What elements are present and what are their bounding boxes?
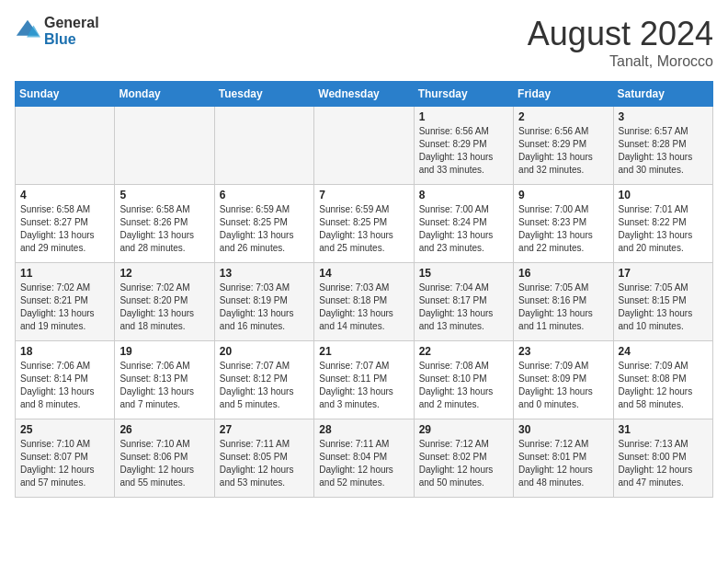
day-cell: 28Sunrise: 7:11 AM Sunset: 8:04 PM Dayli… (314, 419, 414, 498)
day-number: 21 (319, 345, 408, 358)
day-info: Sunrise: 7:10 AM Sunset: 8:06 PM Dayligh… (119, 438, 209, 489)
day-number: 22 (419, 345, 508, 358)
logo-icon (15, 18, 40, 44)
weekday-header-tuesday: Tuesday (214, 82, 313, 107)
day-info: Sunrise: 7:09 AM Sunset: 8:08 PM Dayligh… (619, 360, 708, 411)
day-info: Sunrise: 7:08 AM Sunset: 8:10 PM Dayligh… (419, 360, 508, 411)
weekday-header-monday: Monday (115, 82, 214, 107)
day-cell: 1Sunrise: 6:56 AM Sunset: 8:29 PM Daylig… (414, 107, 513, 185)
day-cell: 26Sunrise: 7:10 AM Sunset: 8:06 PM Dayli… (115, 419, 214, 498)
day-cell: 15Sunrise: 7:04 AM Sunset: 8:17 PM Dayli… (414, 263, 513, 341)
day-number: 15 (419, 267, 508, 280)
day-info: Sunrise: 7:01 AM Sunset: 8:22 PM Dayligh… (619, 203, 708, 255)
day-cell: 20Sunrise: 7:07 AM Sunset: 8:12 PM Dayli… (214, 341, 313, 419)
day-info: Sunrise: 7:06 AM Sunset: 8:14 PM Dayligh… (20, 360, 109, 411)
day-cell: 25Sunrise: 7:10 AM Sunset: 8:07 PM Dayli… (16, 419, 115, 498)
day-number: 19 (119, 345, 209, 358)
calendar-table: SundayMondayTuesdayWednesdayThursdayFrid… (15, 81, 713, 498)
day-info: Sunrise: 7:11 AM Sunset: 8:05 PM Dayligh… (220, 438, 309, 489)
day-number: 24 (619, 345, 708, 358)
day-cell: 4Sunrise: 6:58 AM Sunset: 8:27 PM Daylig… (16, 185, 115, 263)
day-cell: 21Sunrise: 7:07 AM Sunset: 8:11 PM Dayli… (314, 341, 414, 419)
day-number: 30 (518, 423, 608, 436)
day-info: Sunrise: 6:57 AM Sunset: 8:28 PM Dayligh… (619, 125, 708, 177)
day-info: Sunrise: 7:05 AM Sunset: 8:15 PM Dayligh… (619, 282, 708, 333)
weekday-header-wednesday: Wednesday (314, 82, 414, 107)
day-info: Sunrise: 6:59 AM Sunset: 8:25 PM Dayligh… (319, 203, 408, 255)
calendar-body: 1Sunrise: 6:56 AM Sunset: 8:29 PM Daylig… (16, 107, 713, 498)
title-area: August 2024 Tanalt, Morocco (528, 15, 713, 70)
day-cell: 30Sunrise: 7:12 AM Sunset: 8:01 PM Dayli… (514, 419, 613, 498)
day-cell: 11Sunrise: 7:02 AM Sunset: 8:21 PM Dayli… (16, 263, 115, 341)
day-cell: 23Sunrise: 7:09 AM Sunset: 8:09 PM Dayli… (514, 341, 613, 419)
day-cell: 31Sunrise: 7:13 AM Sunset: 8:00 PM Dayli… (613, 419, 712, 498)
day-cell: 14Sunrise: 7:03 AM Sunset: 8:18 PM Dayli… (314, 263, 414, 341)
day-info: Sunrise: 6:58 AM Sunset: 8:26 PM Dayligh… (119, 203, 209, 255)
week-row-1: 1Sunrise: 6:56 AM Sunset: 8:29 PM Daylig… (16, 107, 713, 185)
month-year-title: August 2024 (528, 15, 713, 53)
day-info: Sunrise: 6:56 AM Sunset: 8:29 PM Dayligh… (518, 125, 608, 177)
day-info: Sunrise: 7:09 AM Sunset: 8:09 PM Dayligh… (518, 360, 608, 411)
day-number: 31 (619, 423, 708, 436)
day-number: 28 (319, 423, 408, 436)
day-info: Sunrise: 6:56 AM Sunset: 8:29 PM Dayligh… (419, 125, 508, 177)
logo-general-text: General (44, 15, 99, 31)
day-cell: 5Sunrise: 6:58 AM Sunset: 8:26 PM Daylig… (115, 185, 214, 263)
day-info: Sunrise: 7:02 AM Sunset: 8:20 PM Dayligh… (119, 282, 209, 333)
page-header: General Blue August 2024 Tanalt, Morocco (15, 15, 713, 70)
day-number: 14 (319, 267, 408, 280)
day-info: Sunrise: 7:12 AM Sunset: 8:01 PM Dayligh… (518, 438, 608, 489)
day-number: 13 (220, 267, 309, 280)
day-cell: 22Sunrise: 7:08 AM Sunset: 8:10 PM Dayli… (414, 341, 513, 419)
day-info: Sunrise: 7:12 AM Sunset: 8:02 PM Dayligh… (419, 438, 508, 489)
weekday-header-sunday: Sunday (16, 82, 115, 107)
logo: General Blue (15, 15, 99, 47)
day-info: Sunrise: 7:00 AM Sunset: 8:24 PM Dayligh… (419, 203, 508, 255)
day-info: Sunrise: 7:07 AM Sunset: 8:11 PM Dayligh… (319, 360, 408, 411)
day-number: 1 (419, 110, 508, 123)
weekday-header-row: SundayMondayTuesdayWednesdayThursdayFrid… (16, 82, 713, 107)
day-cell: 2Sunrise: 6:56 AM Sunset: 8:29 PM Daylig… (514, 107, 613, 185)
day-number: 4 (20, 189, 109, 201)
day-cell: 7Sunrise: 6:59 AM Sunset: 8:25 PM Daylig… (314, 185, 414, 263)
day-cell: 29Sunrise: 7:12 AM Sunset: 8:02 PM Dayli… (414, 419, 513, 498)
logo-blue-text: Blue (44, 31, 99, 48)
day-number: 11 (20, 267, 109, 280)
day-number: 27 (220, 423, 309, 436)
day-number: 26 (119, 423, 209, 436)
day-cell: 18Sunrise: 7:06 AM Sunset: 8:14 PM Dayli… (16, 341, 115, 419)
day-info: Sunrise: 7:04 AM Sunset: 8:17 PM Dayligh… (419, 282, 508, 333)
weekday-header-saturday: Saturday (613, 82, 712, 107)
day-cell: 19Sunrise: 7:06 AM Sunset: 8:13 PM Dayli… (115, 341, 214, 419)
day-cell: 16Sunrise: 7:05 AM Sunset: 8:16 PM Dayli… (514, 263, 613, 341)
day-number: 7 (319, 189, 408, 201)
day-cell: 3Sunrise: 6:57 AM Sunset: 8:28 PM Daylig… (613, 107, 712, 185)
day-cell (16, 107, 115, 185)
week-row-4: 18Sunrise: 7:06 AM Sunset: 8:14 PM Dayli… (16, 341, 713, 419)
day-info: Sunrise: 7:05 AM Sunset: 8:16 PM Dayligh… (518, 282, 608, 333)
day-info: Sunrise: 7:06 AM Sunset: 8:13 PM Dayligh… (119, 360, 209, 411)
day-cell: 27Sunrise: 7:11 AM Sunset: 8:05 PM Dayli… (214, 419, 313, 498)
day-number: 20 (220, 345, 309, 358)
day-cell: 8Sunrise: 7:00 AM Sunset: 8:24 PM Daylig… (414, 185, 513, 263)
day-info: Sunrise: 7:11 AM Sunset: 8:04 PM Dayligh… (319, 438, 408, 489)
day-number: 3 (619, 110, 708, 123)
day-number: 9 (518, 189, 608, 201)
day-cell: 12Sunrise: 7:02 AM Sunset: 8:20 PM Dayli… (115, 263, 214, 341)
day-number: 23 (518, 345, 608, 358)
week-row-2: 4Sunrise: 6:58 AM Sunset: 8:27 PM Daylig… (16, 185, 713, 263)
day-cell: 17Sunrise: 7:05 AM Sunset: 8:15 PM Dayli… (613, 263, 712, 341)
day-info: Sunrise: 7:03 AM Sunset: 8:19 PM Dayligh… (220, 282, 309, 333)
day-number: 25 (20, 423, 109, 436)
day-cell: 9Sunrise: 7:00 AM Sunset: 8:23 PM Daylig… (514, 185, 613, 263)
day-cell (115, 107, 214, 185)
day-info: Sunrise: 7:13 AM Sunset: 8:00 PM Dayligh… (619, 438, 708, 489)
day-number: 10 (619, 189, 708, 201)
week-row-5: 25Sunrise: 7:10 AM Sunset: 8:07 PM Dayli… (16, 419, 713, 498)
day-cell: 13Sunrise: 7:03 AM Sunset: 8:19 PM Dayli… (214, 263, 313, 341)
day-cell (314, 107, 414, 185)
day-number: 18 (20, 345, 109, 358)
day-cell: 24Sunrise: 7:09 AM Sunset: 8:08 PM Dayli… (613, 341, 712, 419)
day-info: Sunrise: 7:03 AM Sunset: 8:18 PM Dayligh… (319, 282, 408, 333)
week-row-3: 11Sunrise: 7:02 AM Sunset: 8:21 PM Dayli… (16, 263, 713, 341)
